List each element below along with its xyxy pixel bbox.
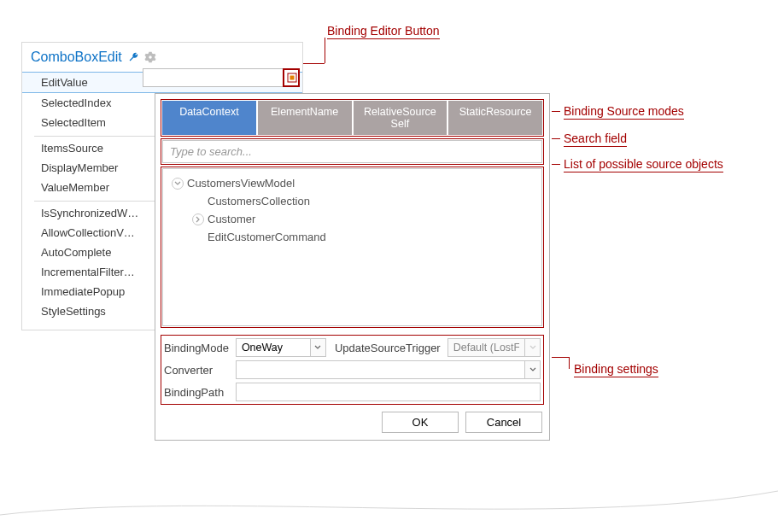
tab-relativesource-self[interactable]: RelativeSource Self [354, 101, 447, 135]
tree-item-label: CustomersCollection [208, 195, 310, 208]
tree-item[interactable]: EditCustomerCommand [167, 228, 538, 246]
search-input[interactable] [162, 140, 542, 163]
tree-item[interactable]: Customer [167, 210, 538, 228]
chevron-down-icon[interactable] [311, 338, 326, 357]
search-field-wrap [162, 140, 542, 163]
tree-item-label: EditCustomerCommand [208, 231, 326, 243]
source-object-tree[interactable]: CustomersViewModelCustomersCollectionCus… [162, 168, 542, 326]
chevron-down-icon [525, 338, 541, 357]
chevron-down-icon[interactable] [525, 360, 541, 379]
annotation-line [325, 38, 325, 63]
annotation-line [552, 164, 560, 165]
dialog-buttons: OK Cancel [162, 412, 542, 433]
binding-source-tabs: DataContextElementNameRelativeSource Sel… [162, 101, 542, 135]
expand-down-icon[interactable] [172, 178, 184, 190]
annotation-binding-settings: Binding settings [574, 362, 658, 377]
binding-settings: BindingMode UpdateSourceTrigger [162, 336, 542, 403]
converter-combo[interactable] [236, 360, 525, 379]
annotation-search-field: Search field [564, 132, 627, 147]
binding-path-input[interactable] [236, 383, 541, 401]
ok-button[interactable]: OK [382, 412, 459, 433]
binding-mode-label: BindingMode [162, 336, 234, 359]
gear-icon[interactable] [144, 51, 156, 63]
tree-item-label: Customer [208, 213, 255, 225]
annotation-line [552, 111, 560, 112]
annotation-line [552, 138, 560, 139]
tab-elementname[interactable]: ElementName [258, 101, 352, 135]
annotation-line [569, 357, 570, 369]
annotation-source-modes: Binding Source modes [564, 104, 684, 120]
edit-value-input[interactable] [143, 69, 284, 86]
value-editor [143, 68, 300, 87]
cancel-button[interactable]: Cancel [465, 412, 542, 433]
tab-datacontext[interactable]: DataContext [162, 101, 256, 135]
annotation-line [301, 63, 325, 64]
ust-combo[interactable] [447, 338, 525, 357]
annotation-binding-button: Binding Editor Button [327, 24, 440, 39]
binding-path-label: BindingPath [162, 381, 234, 403]
svg-rect-1 [290, 76, 294, 80]
annotation-source-list: List of possible source objects [564, 157, 723, 172]
wrench-icon[interactable] [127, 51, 139, 63]
annotation-line [552, 357, 569, 358]
tree-item-label: CustomersViewModel [187, 177, 295, 190]
binding-editor-button[interactable] [284, 69, 299, 86]
binding-mode-combo[interactable] [236, 338, 311, 357]
control-title: ComboBoxEdit [31, 50, 122, 65]
page-curl-decoration [0, 481, 778, 532]
tree-item[interactable]: CustomersViewModel [167, 174, 538, 192]
expand-right-icon[interactable] [192, 213, 204, 225]
binding-editor-popup: DataContextElementNameRelativeSource Sel… [155, 93, 550, 441]
ust-label: UpdateSourceTrigger [328, 336, 446, 359]
property-panel-header: ComboBoxEdit [22, 43, 302, 72]
converter-label: Converter [162, 359, 234, 381]
tab-staticresource[interactable]: StaticResource [448, 101, 542, 135]
tree-item[interactable]: CustomersCollection [167, 192, 538, 210]
